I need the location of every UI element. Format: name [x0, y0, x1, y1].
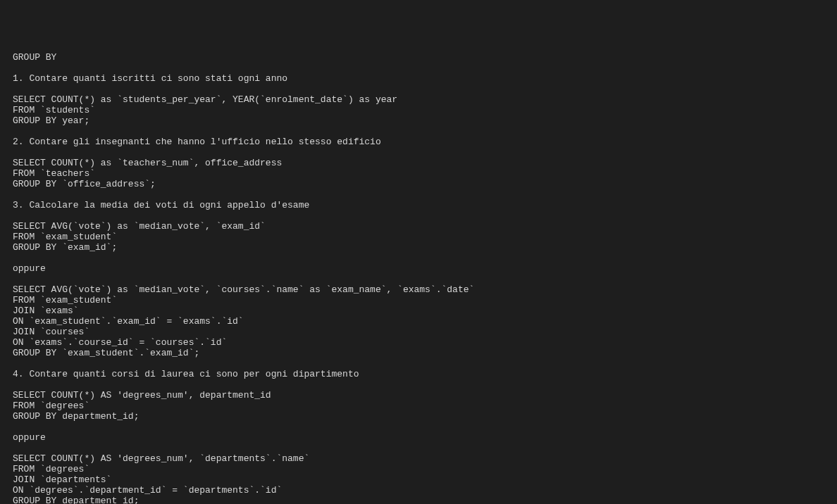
code-line: FROM `exam_student` [13, 232, 117, 242]
code-line: GROUP BY year; [13, 115, 89, 126]
code-line: ON `degrees`.`department_id` = `departme… [13, 485, 282, 496]
code-line: 1. Contare quanti iscritti ci sono stati… [13, 73, 287, 84]
code-line: 2. Contare gli insegnanti che hanno l'uf… [13, 137, 381, 147]
code-editor-content[interactable]: GROUP BY 1. Contare quanti iscritti ci s… [13, 52, 824, 504]
code-line: FROM `teachers` [13, 168, 95, 179]
code-line: GROUP BY department_id; [13, 496, 139, 504]
code-line: GROUP BY department_id; [13, 411, 139, 422]
code-line: SELECT COUNT(*) as `teachers_num`, offic… [13, 158, 282, 168]
code-line: JOIN `departments` [13, 474, 111, 485]
code-line: GROUP BY `office_address`; [13, 179, 156, 189]
code-line: GROUP BY `exam_id`; [13, 242, 117, 253]
code-line: FROM `students` [13, 105, 95, 115]
code-line: 3. Calcolare la media dei voti di ogni a… [13, 200, 309, 210]
code-line: SELECT COUNT(*) as `students_per_year`, … [13, 94, 397, 105]
code-line: SELECT AVG(`vote`) as `median_vote`, `co… [13, 284, 474, 295]
code-line: 4. Contare quanti corsi di laurea ci son… [13, 369, 359, 379]
code-line: JOIN `exams` [13, 305, 79, 316]
code-line: FROM `degrees` [13, 464, 89, 474]
code-line: FROM `degrees` [13, 401, 89, 411]
code-line: oppure [13, 432, 46, 443]
code-line: GROUP BY [13, 52, 56, 63]
code-line: ON `exams`.`course_id` = `courses`.`id` [13, 337, 227, 348]
code-line: ON `exam_student`.`exam_id` = `exams`.`i… [13, 316, 244, 327]
code-line: SELECT COUNT(*) AS 'degrees_num', depart… [13, 390, 271, 401]
code-line: GROUP BY `exam_student`.`exam_id`; [13, 348, 199, 358]
code-line: oppure [13, 263, 46, 274]
code-line: SELECT AVG(`vote`) as `median_vote`, `ex… [13, 221, 266, 232]
code-line: FROM `exam_student` [13, 295, 117, 305]
code-line: SELECT COUNT(*) AS 'degrees_num', `depar… [13, 453, 309, 464]
code-line: JOIN `courses` [13, 327, 89, 337]
